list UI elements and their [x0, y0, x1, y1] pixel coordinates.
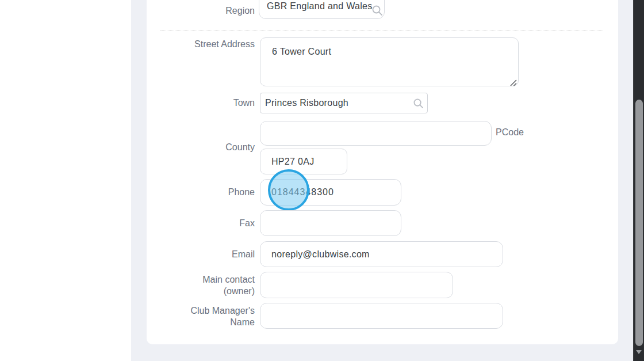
scrollbar-down-arrow-icon[interactable] — [636, 350, 642, 354]
town-input[interactable] — [260, 93, 428, 113]
section-divider — [160, 31, 603, 31]
email-input[interactable] — [260, 241, 503, 267]
town-label: Town — [157, 97, 255, 109]
pcode-label: PCode — [496, 127, 530, 138]
phone-label: Phone — [157, 187, 255, 198]
club-manager-label: Club Manager's Name — [157, 305, 255, 328]
street-address-textarea[interactable]: 6 Tower Court — [260, 37, 519, 86]
fax-label: Fax — [157, 218, 255, 229]
main-contact-label-line2: (owner) — [157, 286, 255, 297]
region-input[interactable] — [259, 0, 385, 19]
county-label: County — [157, 142, 255, 153]
page: Region Street Address 6 Tower Court Town — [0, 0, 644, 361]
main-contact-label: Main contact (owner) — [157, 274, 255, 297]
scrollbar-thumb[interactable] — [635, 100, 643, 346]
main-contact-label-line1: Main contact — [202, 275, 255, 284]
main-contact-input[interactable] — [260, 272, 453, 298]
highlight-circle-annotation — [268, 169, 309, 211]
street-address-label: Street Address — [157, 39, 255, 50]
search-icon[interactable] — [371, 5, 383, 18]
postcode-input[interactable] — [260, 149, 347, 174]
search-icon[interactable] — [413, 98, 424, 111]
club-manager-label-line1: Club Manager's — [190, 306, 255, 316]
textarea-resize-handle-icon[interactable] — [509, 78, 517, 89]
scrollbar-track[interactable] — [633, 0, 644, 361]
email-label: Email — [157, 249, 255, 260]
club-manager-input[interactable] — [260, 303, 503, 329]
fax-input[interactable] — [260, 210, 401, 236]
county-input[interactable] — [260, 121, 492, 146]
club-manager-label-line2: Name — [157, 317, 255, 328]
region-label: Region — [157, 5, 255, 17]
